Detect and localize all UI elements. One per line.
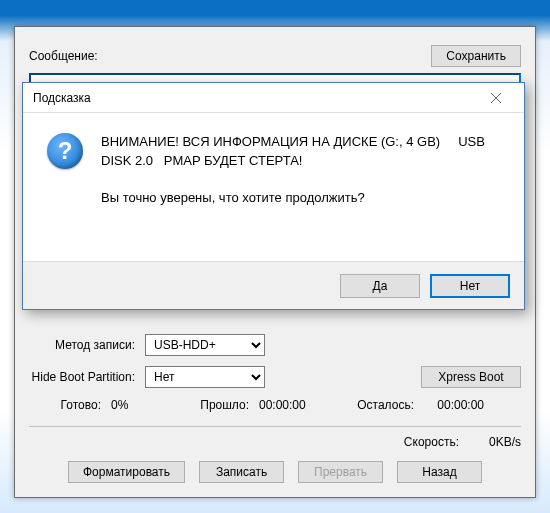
dialog-title: Подсказка xyxy=(33,91,91,105)
dialog-titlebar[interactable]: Подсказка xyxy=(23,83,524,113)
remaining-value: 00:00:00 xyxy=(424,398,484,412)
hide-boot-select[interactable]: Нет xyxy=(145,366,265,388)
dialog-confirm-text: Вы точно уверены, что хотите продолжить? xyxy=(101,189,500,208)
save-button[interactable]: Сохранить xyxy=(431,45,521,67)
write-method-select[interactable]: USB-HDD+ xyxy=(145,334,265,356)
divider xyxy=(29,426,521,427)
write-method-label: Метод записи: xyxy=(29,338,139,352)
speed-value: 0KB/s xyxy=(489,435,521,449)
elapsed-value: 00:00:00 xyxy=(259,398,329,412)
confirm-dialog: Подсказка ? ВНИМАНИЕ! ВСЯ ИНФОРМАЦИЯ НА … xyxy=(22,82,525,310)
ready-value: 0% xyxy=(111,398,161,412)
speed-label: Скорость: xyxy=(404,435,459,449)
format-button[interactable]: Форматировать xyxy=(68,461,185,483)
hide-boot-label: Hide Boot Partition: xyxy=(29,370,139,384)
lower-panel: Метод записи: USB-HDD+ Hide Boot Partiti… xyxy=(29,334,521,483)
xpress-boot-button[interactable]: Xpress Boot xyxy=(421,366,521,388)
remaining-label: Осталось: xyxy=(339,398,414,412)
question-icon: ? xyxy=(47,133,83,169)
close-icon[interactable] xyxy=(476,86,516,110)
back-button[interactable]: Назад xyxy=(397,461,482,483)
write-button[interactable]: Записать xyxy=(199,461,284,483)
yes-button[interactable]: Да xyxy=(340,274,420,298)
dialog-footer: Да Нет xyxy=(23,261,524,309)
message-label: Сообщение: xyxy=(29,49,98,63)
ready-label: Готово: xyxy=(29,398,101,412)
elapsed-label: Прошло: xyxy=(171,398,249,412)
dialog-text: ВНИМАНИЕ! ВСЯ ИНФОРМАЦИЯ НА ДИСКЕ (G:, 4… xyxy=(101,133,500,251)
dialog-warning-text: ВНИМАНИЕ! ВСЯ ИНФОРМАЦИЯ НА ДИСКЕ (G:, 4… xyxy=(101,133,500,171)
no-button[interactable]: Нет xyxy=(430,274,510,298)
abort-button: Прервать xyxy=(298,461,383,483)
